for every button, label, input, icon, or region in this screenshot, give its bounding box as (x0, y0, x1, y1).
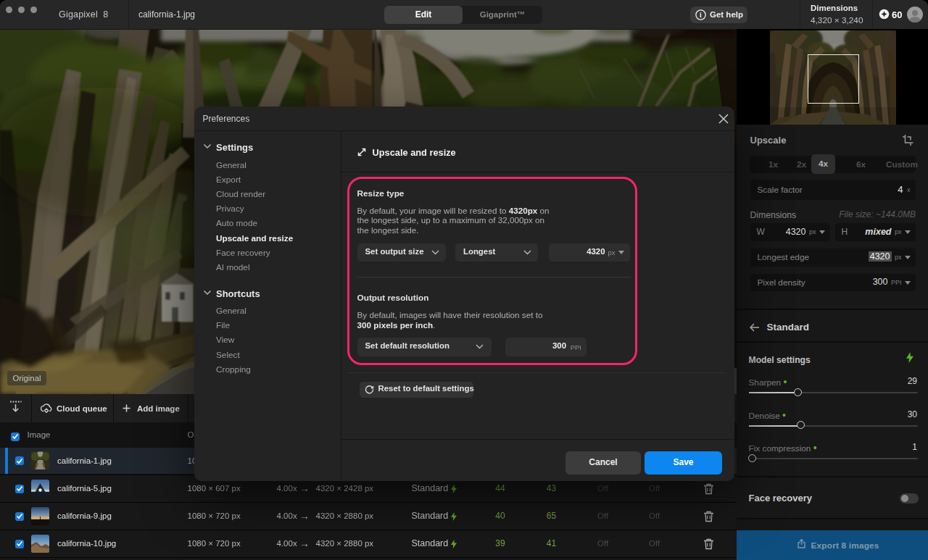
svg-text:i: i (700, 11, 702, 19)
